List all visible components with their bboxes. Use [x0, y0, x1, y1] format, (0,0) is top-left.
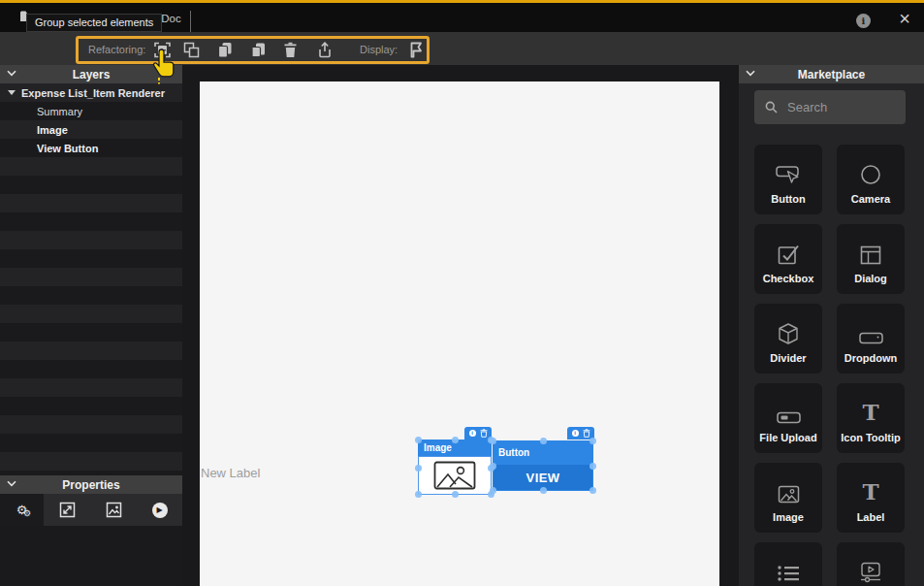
camera-icon [860, 164, 881, 185]
marketplace-item-divider[interactable]: Divider [754, 304, 822, 374]
layer-item-label: Image [0, 124, 68, 136]
layer-row-empty [0, 231, 182, 249]
close-icon[interactable]: × [895, 6, 914, 31]
resize-handle[interactable] [589, 438, 596, 444]
layers-panel-title: Layers [0, 68, 182, 81]
checkbox-icon [778, 244, 800, 265]
delete-button[interactable] [280, 40, 300, 59]
layer-row-empty [0, 452, 182, 471]
layer-row-empty [0, 360, 182, 378]
layer-item-summary[interactable]: Summary [0, 102, 182, 120]
marketplace-item-dropdown[interactable]: Dropdown [837, 304, 905, 374]
resize-handle[interactable] [490, 463, 496, 470]
chevron-down-icon[interactable] [746, 70, 755, 77]
trash-icon[interactable] [583, 429, 590, 438]
marketplace-item-image[interactable]: Image [754, 463, 822, 533]
marketplace-grid: Button Camera Checkbox [754, 145, 924, 586]
image-widget-tag-label: Image [424, 442, 452, 453]
marketplace-item-label: Camera [851, 193, 890, 205]
layer-item-view-button[interactable]: View Button [0, 139, 182, 157]
marketplace-item-checkbox[interactable]: Checkbox [754, 224, 822, 294]
marketplace-item-icon-tooltip[interactable]: T Icon Tooltip [837, 383, 905, 453]
resize-handle[interactable] [415, 437, 422, 443]
dialog-icon [860, 245, 881, 265]
marketplace-item-label: Divider [770, 352, 806, 364]
marketplace-item-label: Image [773, 511, 804, 523]
group-elements-button[interactable] [152, 40, 172, 59]
image-icon [106, 502, 122, 518]
layer-item-label: View Button [0, 143, 98, 154]
media-player-icon [859, 562, 882, 583]
layer-row-empty [0, 415, 182, 434]
marketplace-item-media-player[interactable] [837, 542, 905, 586]
marketplace-item-dialog[interactable]: Dialog [837, 224, 905, 294]
chevron-down-icon[interactable] [7, 480, 16, 487]
resize-handle[interactable] [415, 491, 422, 498]
marketplace-item-label: Button [771, 193, 805, 205]
divider-cube-icon [778, 323, 799, 344]
file-upload-icon [777, 411, 801, 424]
marketplace-panel-title: Marketplace [739, 68, 924, 81]
layer-row-empty [0, 286, 182, 305]
resize-handle[interactable] [589, 463, 596, 470]
image-placeholder-icon [433, 461, 476, 490]
info-icon[interactable]: i [469, 430, 476, 437]
refactoring-label: Refactoring: [88, 44, 145, 55]
layer-row-empty [0, 305, 182, 323]
design-canvas[interactable] [200, 81, 719, 586]
info-icon[interactable]: i [856, 14, 871, 28]
layers-panel-header: Layers [0, 65, 182, 83]
tab-settings[interactable]: ⚙ ⚙ [0, 494, 44, 526]
search-box [754, 90, 908, 124]
layer-item-image[interactable]: Image [0, 120, 182, 139]
layer-row-empty [0, 249, 182, 268]
marketplace-item-label: Dropdown [844, 352, 897, 364]
image-widget[interactable] [418, 456, 492, 495]
layer-item-root[interactable]: Expense List_Item Renderer [0, 83, 182, 102]
text-t-icon: T [862, 480, 878, 504]
marketplace-item-button[interactable]: Button [754, 145, 822, 214]
chevron-down-icon[interactable] [7, 70, 16, 77]
export-button[interactable] [315, 40, 335, 59]
layer-item-label: Summary [0, 106, 82, 117]
tab-play[interactable]: ▶ [152, 503, 168, 518]
layer-row-empty [0, 378, 182, 397]
resize-handle[interactable] [452, 437, 459, 443]
properties-tab-strip: ▶ [44, 494, 182, 526]
display-flag-button[interactable] [406, 40, 426, 59]
canvas-new-label[interactable]: New Label [201, 466, 260, 480]
tab-resize[interactable] [59, 502, 76, 518]
resize-handle[interactable] [589, 487, 596, 494]
resize-handle[interactable] [452, 491, 459, 498]
marketplace-item-list[interactable] [754, 542, 822, 586]
properties-tabs: ⚙ ⚙ ▶ [0, 494, 182, 526]
marketplace-item-file-upload[interactable]: File Upload [754, 383, 822, 453]
resize-handle[interactable] [540, 438, 547, 444]
image-icon [778, 485, 800, 504]
tab-image[interactable] [106, 502, 122, 518]
ungroup-elements-button[interactable] [181, 40, 201, 59]
trash-icon[interactable] [480, 429, 488, 438]
layers-tree: Expense List_Item Renderer Summary Image… [0, 83, 182, 475]
expander-triangle-icon[interactable] [8, 90, 16, 95]
marketplace-item-camera[interactable]: Camera [837, 145, 905, 214]
resize-handle[interactable] [540, 487, 547, 494]
layer-row-empty [0, 176, 182, 194]
marketplace-item-label-widget[interactable]: T Label [837, 463, 905, 533]
paste-button[interactable] [248, 40, 268, 59]
export-icon [317, 42, 333, 58]
delete-icon [283, 42, 298, 58]
tooltip-group-selected-elements: Group selected elements [26, 14, 162, 32]
marketplace-panel-header: Marketplace [739, 65, 924, 83]
resize-handle[interactable] [490, 487, 496, 494]
text-t-icon: T [862, 401, 878, 424]
copy-button[interactable] [215, 40, 235, 59]
ungroup-elements-icon [183, 42, 200, 58]
marketplace-panel: Marketplace Button [739, 65, 924, 586]
resize-handle[interactable] [415, 465, 422, 472]
info-icon[interactable]: i [572, 430, 579, 437]
settings-gears-icon: ⚙ [23, 509, 31, 518]
copy-icon [217, 42, 233, 58]
resize-handle[interactable] [490, 438, 496, 444]
layer-row-empty [0, 212, 182, 231]
